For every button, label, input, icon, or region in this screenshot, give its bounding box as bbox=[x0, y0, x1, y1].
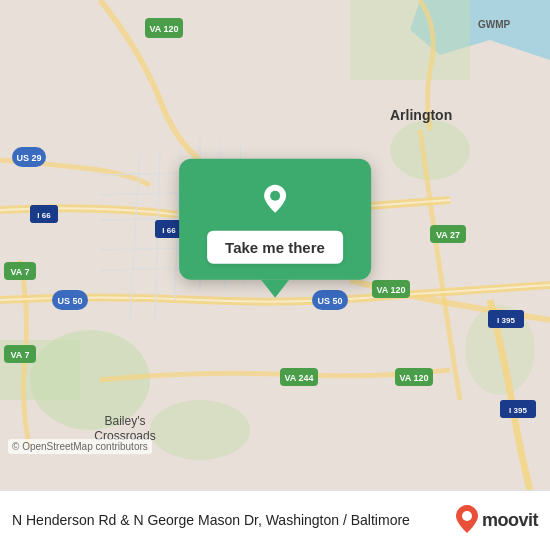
svg-text:Arlington: Arlington bbox=[390, 107, 452, 123]
svg-text:US 29: US 29 bbox=[16, 153, 41, 163]
svg-text:I 66: I 66 bbox=[37, 211, 51, 220]
location-pin-icon bbox=[253, 177, 297, 221]
svg-rect-3 bbox=[350, 0, 470, 80]
svg-text:VA 7: VA 7 bbox=[10, 350, 29, 360]
svg-text:I 395: I 395 bbox=[497, 316, 515, 325]
moovit-wordmark: moovit bbox=[482, 510, 538, 531]
take-me-there-button[interactable]: Take me there bbox=[207, 231, 343, 264]
svg-point-51 bbox=[270, 191, 280, 201]
svg-text:Bailey's: Bailey's bbox=[105, 414, 146, 428]
location-text: N Henderson Rd & N George Mason Dr, Wash… bbox=[12, 511, 456, 529]
popup-overlay: Take me there bbox=[179, 159, 371, 298]
svg-text:I 395: I 395 bbox=[509, 406, 527, 415]
popup-card: Take me there bbox=[179, 159, 371, 280]
map-container: VA 120 US 29 I 66 I 66 VA 7 VA 7 US 50 U… bbox=[0, 0, 550, 490]
popup-tail bbox=[261, 280, 289, 298]
svg-text:VA 244: VA 244 bbox=[284, 373, 313, 383]
svg-text:GWMP: GWMP bbox=[478, 19, 511, 30]
copyright-text: © OpenStreetMap contributors bbox=[8, 439, 152, 454]
svg-text:VA 7: VA 7 bbox=[10, 267, 29, 277]
svg-text:I 66: I 66 bbox=[162, 226, 176, 235]
svg-text:US 50: US 50 bbox=[57, 296, 82, 306]
svg-text:VA 27: VA 27 bbox=[436, 230, 460, 240]
moovit-logo: moovit bbox=[456, 505, 538, 536]
svg-text:VA 120: VA 120 bbox=[399, 373, 428, 383]
svg-point-52 bbox=[462, 511, 472, 521]
svg-text:VA 120: VA 120 bbox=[149, 24, 178, 34]
moovit-pin-icon bbox=[456, 505, 478, 536]
svg-text:VA 120: VA 120 bbox=[376, 285, 405, 295]
bottom-bar: N Henderson Rd & N George Mason Dr, Wash… bbox=[0, 490, 550, 550]
svg-point-6 bbox=[150, 400, 250, 460]
